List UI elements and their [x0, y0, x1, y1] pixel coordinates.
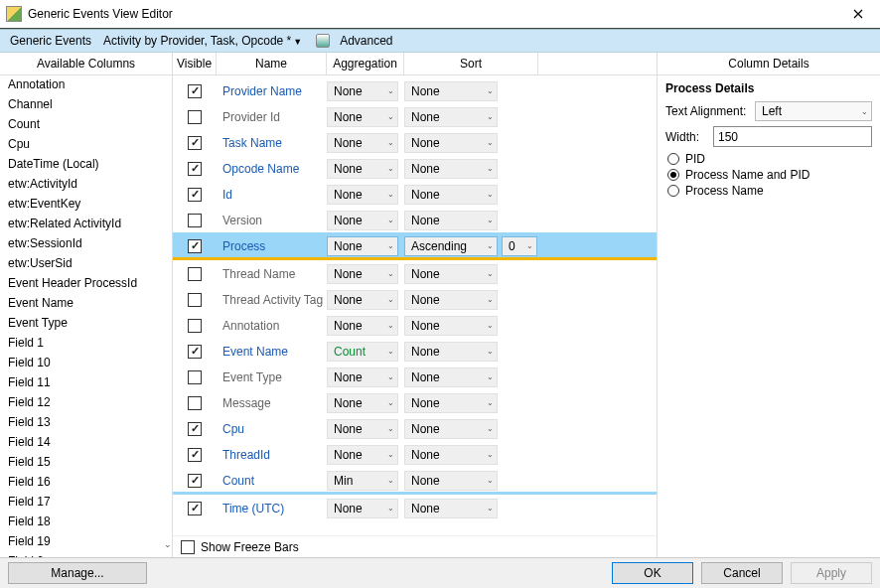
column-row[interactable]: Event NameCount⌄None⌄ [173, 338, 657, 364]
close-button[interactable] [835, 0, 880, 28]
radio-name-row[interactable]: Process Name [667, 184, 872, 198]
visible-checkbox[interactable] [188, 239, 202, 253]
sort-select[interactable]: None⌄ [404, 107, 498, 127]
sort-select[interactable]: None⌄ [404, 499, 498, 518]
available-column-item[interactable]: Field 19 [0, 532, 172, 552]
text-alignment-select[interactable]: Left⌄ [755, 101, 872, 121]
ok-button[interactable]: OK [612, 562, 693, 584]
column-row[interactable]: MessageNone⌄None⌄ [173, 389, 657, 415]
visible-checkbox[interactable] [188, 319, 202, 333]
available-column-item[interactable]: Event Header ProcessId [0, 274, 172, 294]
manage-button[interactable]: Manage... [8, 562, 147, 584]
available-column-item[interactable]: Count [0, 115, 172, 135]
visible-checkbox[interactable] [188, 448, 202, 462]
radio-name-pid[interactable] [667, 169, 679, 181]
column-row[interactable]: Provider NameNone⌄None⌄ [173, 77, 657, 103]
aggregation-select[interactable]: None⌄ [327, 316, 398, 336]
sort-select[interactable]: None⌄ [404, 445, 498, 465]
available-column-item[interactable]: Channel [0, 95, 172, 115]
column-row[interactable]: ThreadIdNone⌄None⌄ [173, 441, 657, 467]
sort-select[interactable]: None⌄ [404, 290, 498, 310]
aggregation-select[interactable]: None⌄ [327, 107, 398, 127]
available-column-item[interactable]: Field 16 [0, 473, 172, 493]
available-column-item[interactable]: etw:UserSid [0, 254, 172, 274]
aggregation-select[interactable]: None⌄ [327, 290, 398, 310]
visible-checkbox[interactable] [188, 162, 202, 176]
visible-checkbox[interactable] [188, 293, 202, 307]
visible-checkbox[interactable] [188, 502, 202, 515]
available-column-item[interactable]: etw:EventKey [0, 195, 172, 215]
visible-checkbox[interactable] [188, 214, 202, 227]
sort-select[interactable]: None⌄ [404, 471, 498, 491]
radio-name[interactable] [667, 185, 679, 197]
radio-name-pid-row[interactable]: Process Name and PID [667, 168, 872, 182]
cancel-button[interactable]: Cancel [701, 562, 783, 584]
aggregation-select[interactable]: None⌄ [327, 393, 398, 413]
radio-pid-row[interactable]: PID [667, 152, 872, 166]
column-row[interactable]: Thread Activity TagNone⌄None⌄ [173, 286, 657, 312]
sort-select[interactable]: None⌄ [404, 264, 498, 284]
visible-checkbox[interactable] [188, 110, 202, 124]
menu-advanced[interactable]: Advanced [334, 31, 398, 51]
aggregation-select[interactable]: None⌄ [327, 368, 398, 387]
visible-checkbox[interactable] [188, 267, 202, 281]
aggregation-select[interactable]: None⌄ [327, 419, 398, 439]
visible-checkbox[interactable] [188, 188, 202, 202]
available-column-item[interactable]: Field 1 [0, 334, 172, 354]
column-row[interactable]: VersionNone⌄None⌄ [173, 207, 657, 232]
column-row[interactable]: Provider IdNone⌄None⌄ [173, 103, 657, 129]
available-column-item[interactable]: etw:ActivityId [0, 175, 172, 195]
col-header-name[interactable]: Name [217, 53, 327, 74]
sort-select[interactable]: None⌄ [404, 342, 498, 362]
available-column-item[interactable]: Cpu [0, 135, 172, 155]
aggregation-select[interactable]: Count⌄ [327, 342, 398, 362]
sort-select[interactable]: Ascending⌄ [404, 236, 498, 256]
aggregation-select[interactable]: None⌄ [327, 264, 398, 284]
aggregation-select[interactable]: None⌄ [327, 185, 398, 205]
menu-generic-events[interactable]: Generic Events [4, 31, 97, 51]
col-header-sort[interactable]: Sort [404, 53, 538, 74]
available-column-item[interactable]: Field 13 [0, 413, 172, 433]
collapse-handle-icon[interactable]: ⌄ [164, 539, 172, 549]
aggregation-select[interactable]: Min⌄ [327, 471, 398, 491]
column-row[interactable]: Event TypeNone⌄None⌄ [173, 364, 657, 389]
column-row[interactable]: AnnotationNone⌄None⌄ [173, 312, 657, 338]
column-row[interactable]: IdNone⌄None⌄ [173, 181, 657, 207]
menu-activity-preset[interactable]: Activity by Provider, Task, Opcode *▼ [97, 31, 308, 51]
aggregation-select[interactable]: None⌄ [327, 499, 398, 518]
visible-checkbox[interactable] [188, 422, 202, 436]
col-header-aggregation[interactable]: Aggregation [327, 53, 404, 74]
column-row[interactable]: CountMin⌄None⌄ [173, 467, 657, 493]
aggregation-select[interactable]: None⌄ [327, 133, 398, 153]
sort-select[interactable]: None⌄ [404, 316, 498, 336]
sort-select[interactable]: None⌄ [404, 211, 498, 230]
available-columns-list[interactable]: AnnotationChannelCountCpuDateTime (Local… [0, 75, 172, 557]
visible-checkbox[interactable] [188, 345, 202, 359]
sort-select[interactable]: None⌄ [404, 81, 498, 101]
sort-select[interactable]: None⌄ [404, 393, 498, 413]
column-grid[interactable]: Provider NameNone⌄None⌄Provider IdNone⌄N… [173, 75, 657, 557]
width-input[interactable] [713, 126, 872, 147]
column-row[interactable]: CpuNone⌄None⌄ [173, 415, 657, 441]
available-column-item[interactable]: Field 15 [0, 453, 172, 473]
available-column-item[interactable]: Field 12 [0, 393, 172, 413]
visible-checkbox[interactable] [188, 370, 202, 384]
visible-checkbox[interactable] [188, 396, 202, 410]
available-column-item[interactable]: etw:SessionId [0, 234, 172, 254]
visible-checkbox[interactable] [188, 136, 202, 150]
radio-pid[interactable] [667, 153, 679, 165]
available-column-item[interactable]: Field 11 [0, 373, 172, 393]
available-column-item[interactable]: etw:Related ActivityId [0, 215, 172, 234]
sort-select[interactable]: None⌄ [404, 368, 498, 387]
available-column-item[interactable]: Field 14 [0, 433, 172, 453]
column-row[interactable]: Opcode NameNone⌄None⌄ [173, 155, 657, 181]
visible-checkbox[interactable] [188, 84, 202, 98]
column-row[interactable]: Time (UTC)None⌄None⌄ [173, 495, 657, 520]
available-column-item[interactable]: Event Type [0, 314, 172, 334]
sort-select[interactable]: None⌄ [404, 159, 498, 179]
available-column-item[interactable]: Field 18 [0, 513, 172, 532]
sort-select[interactable]: None⌄ [404, 419, 498, 439]
aggregation-select[interactable]: None⌄ [327, 81, 398, 101]
sort-select[interactable]: None⌄ [404, 185, 498, 205]
available-column-item[interactable]: Annotation [0, 75, 172, 95]
